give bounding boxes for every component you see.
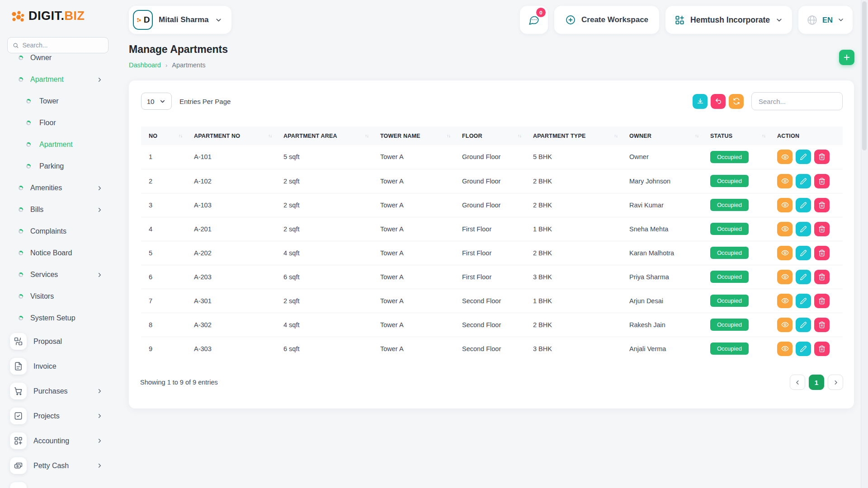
sidebar-search-input[interactable]: [22, 42, 103, 49]
sidebar-item-label: Projects: [33, 412, 60, 420]
column-label: ACTION: [777, 133, 799, 139]
workspace-switcher[interactable]: D Mitali Sharma: [129, 6, 231, 34]
previous-page-button[interactable]: [790, 375, 805, 390]
language-code: EN: [822, 16, 833, 24]
bullet-icon: [26, 99, 31, 103]
sidebar-item-projects[interactable]: Projects: [0, 404, 117, 428]
cell-area: 6 sqft: [283, 265, 380, 289]
delete-button[interactable]: [814, 222, 830, 236]
sidebar-item-services[interactable]: Services: [0, 264, 117, 286]
breadcrumb-dashboard-link[interactable]: Dashboard: [129, 61, 161, 69]
column-header-floor[interactable]: FLOOR↑↓: [462, 127, 533, 145]
delete-button[interactable]: [814, 198, 830, 212]
column-header-owner[interactable]: OWNER↑↓: [629, 127, 710, 145]
sidebar-item-proposal[interactable]: Proposal: [0, 329, 117, 354]
view-button[interactable]: [777, 222, 793, 236]
sort-icon[interactable]: ↑↓: [695, 133, 698, 138]
view-button[interactable]: [777, 198, 793, 212]
edit-button[interactable]: [796, 318, 811, 332]
edit-button[interactable]: [796, 246, 811, 260]
view-button[interactable]: [777, 150, 793, 164]
sort-icon[interactable]: ↑↓: [365, 133, 368, 138]
delete-button[interactable]: [814, 318, 830, 332]
column-header-tower-name[interactable]: TOWER NAME↑↓: [380, 127, 462, 145]
language-selector[interactable]: EN: [798, 6, 853, 34]
undo-button[interactable]: [711, 94, 726, 109]
sidebar-item-bills[interactable]: Bills: [0, 199, 117, 221]
page-1-button[interactable]: 1: [809, 375, 824, 390]
next-page-button[interactable]: [828, 375, 843, 390]
chevron-down-icon: [775, 16, 783, 24]
cell-type: 3 BHK: [533, 265, 629, 289]
sort-icon[interactable]: ↑↓: [614, 133, 618, 138]
sidebar-item-apartment[interactable]: Apartment: [0, 134, 117, 155]
sidebar-item-system-setup[interactable]: System Setup: [0, 307, 117, 329]
sidebar-item-tower[interactable]: Tower: [0, 90, 117, 112]
edit-button[interactable]: [796, 222, 811, 236]
sidebar-item-floor[interactable]: Floor: [0, 112, 117, 134]
edit-button[interactable]: [796, 174, 811, 188]
apartments-table: NO↑↓APARTMENT NO↑↓APARTMENT AREA↑↓TOWER …: [141, 127, 843, 361]
column-header-no[interactable]: NO↑↓: [141, 127, 194, 145]
view-button[interactable]: [777, 318, 793, 332]
sidebar-item-parking[interactable]: Parking: [0, 155, 117, 177]
sort-icon[interactable]: ↑↓: [518, 133, 521, 138]
sidebar-item-notice-board[interactable]: Notice Board: [0, 242, 117, 264]
edit-button[interactable]: [796, 270, 811, 284]
sidebar-item-accounting[interactable]: Accounting: [0, 428, 117, 453]
sidebar-item-purchases[interactable]: Purchases: [0, 379, 117, 404]
edit-button[interactable]: [796, 198, 811, 212]
chevron-left-icon: [794, 379, 801, 386]
workflow-icon: [10, 333, 27, 350]
sidebar-item-owner[interactable]: Owner: [0, 53, 117, 69]
column-header-status[interactable]: STATUS↑↓: [710, 127, 777, 145]
sidebar-item-petty-cash[interactable]: Petty Cash: [0, 453, 117, 478]
edit-button[interactable]: [796, 150, 811, 164]
page-scrollbar[interactable]: [861, 0, 868, 488]
view-button[interactable]: [777, 174, 793, 188]
entries-per-page-select[interactable]: 10: [141, 93, 172, 110]
sidebar-item-invoice[interactable]: Invoice: [0, 354, 117, 379]
sort-icon[interactable]: ↑↓: [268, 133, 272, 138]
column-header-apartment-area[interactable]: APARTMENT AREA↑↓: [283, 127, 380, 145]
cell-action: [777, 145, 843, 169]
sidebar-item-apartment[interactable]: Apartment: [0, 69, 117, 90]
create-workspace-button[interactable]: Create Workspace: [554, 6, 659, 34]
sidebar-item-visitors[interactable]: Visitors: [0, 286, 117, 307]
chevron-right-icon: [96, 413, 103, 419]
table-search-input[interactable]: [751, 92, 843, 110]
add-apartment-button[interactable]: [839, 50, 854, 65]
refresh-button[interactable]: [729, 94, 744, 109]
view-button[interactable]: [777, 270, 793, 284]
export-button[interactable]: [693, 94, 708, 109]
sort-icon[interactable]: ↑↓: [179, 133, 182, 138]
delete-button[interactable]: [814, 150, 830, 164]
company-switcher[interactable]: Hemtush Incorporate: [665, 6, 792, 34]
delete-button[interactable]: [814, 246, 830, 260]
cell-floor: Ground Floor: [462, 145, 533, 169]
sort-icon[interactable]: ↑↓: [447, 133, 450, 138]
edit-button[interactable]: [796, 294, 811, 308]
chevron-right-icon: [96, 462, 103, 469]
sort-icon[interactable]: ↑↓: [762, 133, 765, 138]
status-badge: Occupied: [710, 295, 749, 307]
brand-logo[interactable]: DIGIT.BIZ: [10, 9, 85, 23]
column-header-apartment-no[interactable]: APARTMENT NO↑↓: [194, 127, 283, 145]
sidebar-item-complaints[interactable]: Complaints: [0, 221, 117, 242]
delete-button[interactable]: [814, 294, 830, 308]
chevron-right-icon: [96, 388, 103, 394]
cell-area: 5 sqft: [283, 145, 380, 169]
view-button[interactable]: [777, 246, 793, 260]
chat-button[interactable]: 0: [520, 6, 548, 34]
delete-button[interactable]: [814, 174, 830, 188]
view-button[interactable]: [777, 294, 793, 308]
edit-button[interactable]: [796, 342, 811, 356]
column-header-apartment-type[interactable]: APARTMENT TYPE↑↓: [533, 127, 629, 145]
delete-button[interactable]: [814, 270, 830, 284]
delete-button[interactable]: [814, 342, 830, 356]
scrollbar-thumb[interactable]: [862, 1, 867, 150]
view-button[interactable]: [777, 342, 793, 356]
bullet-icon: [26, 121, 31, 125]
sidebar-item-amenities[interactable]: Amenities: [0, 177, 117, 199]
grid-plus-icon: [10, 432, 27, 449]
